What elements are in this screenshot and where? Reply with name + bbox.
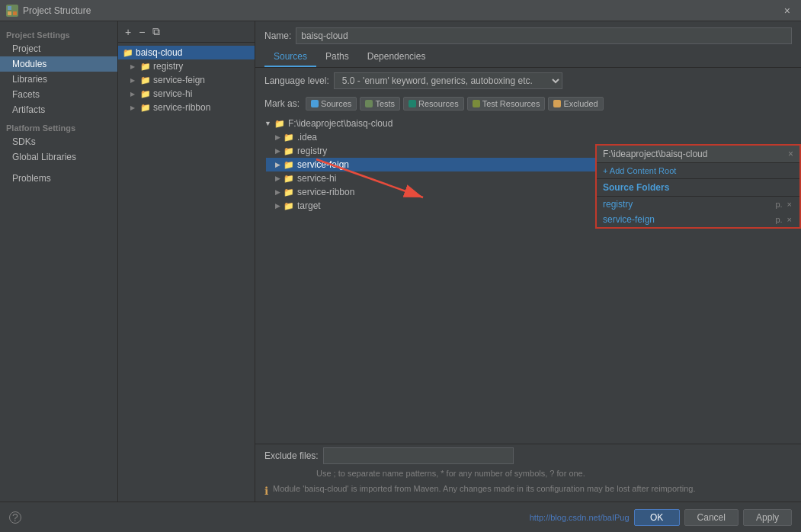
tree-item-service-hi[interactable]: ▶ 📁 service-hi: [126, 87, 255, 101]
folder-icon: 📁: [123, 48, 133, 58]
import-notice: ℹ Module 'baisq-cloud' is imported from …: [255, 481, 801, 502]
mark-as-label: Mark as:: [264, 98, 300, 109]
mark-sources-button[interactable]: Sources: [306, 97, 357, 111]
bottom-bar: ? http://blog.csdn.net/baIPug OK Cancel …: [0, 502, 801, 532]
folder-icon: 📁: [284, 174, 294, 184]
apply-button[interactable]: Apply: [743, 509, 792, 526]
name-input[interactable]: [296, 27, 792, 44]
source-folder-actions: p. ×: [774, 214, 793, 225]
title-bar: Project Structure ×: [0, 0, 801, 21]
notice-icon: ℹ: [264, 485, 268, 497]
arrow-icon: ▶: [275, 147, 280, 155]
name-row: Name:: [255, 21, 801, 47]
add-content-root-button[interactable]: + Add Content Root: [597, 163, 799, 179]
language-level-row: Language level: 5.0 - 'enum' keyword, ge…: [255, 68, 801, 94]
ok-button[interactable]: OK: [634, 509, 680, 526]
tree-item-label: service-feign: [153, 75, 205, 85]
source-folder-name: registry: [603, 199, 633, 210]
source-folder-service-feign: service-feign p. ×: [597, 212, 799, 227]
mark-excluded-button[interactable]: Excluded: [548, 97, 603, 111]
exclude-files-input[interactable]: [323, 447, 514, 464]
sidebar-item-project[interactable]: Project: [0, 41, 117, 56]
tab-sources[interactable]: Sources: [264, 47, 316, 67]
mark-resources-button[interactable]: Resources: [403, 97, 464, 111]
add-module-button[interactable]: +: [123, 25, 133, 39]
sidebar-item-global-libraries[interactable]: Global Libraries: [0, 149, 117, 165]
mark-test-resources-button[interactable]: Test Resources: [467, 97, 546, 111]
file-tree-idea[interactable]: ▶ 📁 .idea: [266, 130, 801, 144]
source-folder-edit-button[interactable]: p.: [774, 199, 783, 210]
tree-item-label: baisq-cloud: [136, 47, 182, 58]
tree-item-registry[interactable]: ▶ 📁 registry: [126, 59, 255, 73]
folder-icon: 📁: [284, 146, 294, 156]
file-label: service-feign: [297, 159, 349, 170]
content-panel: Name: Sources Paths Dependencies Languag…: [255, 21, 801, 502]
tabs-bar: Sources Paths Dependencies: [255, 47, 801, 68]
bottom-left: ?: [9, 511, 21, 524]
tree-item-service-feign[interactable]: ▶ 📁 service-feign: [126, 73, 255, 87]
tree-item-service-ribbon[interactable]: ▶ 📁 service-ribbon: [126, 101, 255, 114]
exclude-files-label: Exclude files:: [264, 450, 319, 461]
svg-rect-1: [13, 6, 17, 10]
mark-tests-button[interactable]: Tests: [360, 97, 400, 111]
language-level-select[interactable]: 5.0 - 'enum' keyword, generics, autoboxi…: [334, 72, 562, 89]
tree-item-label: service-ribbon: [153, 102, 210, 113]
source-folder-actions: p. ×: [774, 199, 793, 210]
file-tree-area: ▼ 📁 F:\ideaproject\baisq-cloud ▶ 📁 .idea…: [255, 114, 801, 444]
module-tree-content: 📁 baisq-cloud ▶ 📁 registry ▶ 📁 service-f…: [118, 43, 255, 502]
folder-icon: 📁: [284, 160, 294, 170]
root-arrow-icon: ▼: [264, 120, 271, 127]
remove-module-button[interactable]: −: [136, 25, 147, 39]
tree-item-label: service-hi: [153, 88, 192, 99]
file-label: service-ribbon: [297, 187, 354, 197]
tab-paths[interactable]: Paths: [316, 47, 358, 67]
sidebar-item-facets[interactable]: Facets: [0, 87, 117, 102]
mark-test-resources-label: Test Resources: [482, 99, 540, 108]
file-label: service-hi: [297, 173, 336, 184]
tree-item-baisq-cloud[interactable]: 📁 baisq-cloud: [118, 46, 255, 59]
title-bar-left: Project Structure: [6, 5, 91, 17]
window-title: Project Structure: [23, 5, 91, 16]
mark-tests-label: Tests: [375, 99, 395, 108]
source-folder-name: service-feign: [603, 214, 655, 225]
root-path-label: F:\ideaproject\baisq-cloud: [288, 118, 392, 129]
source-folders-title: Source Folders: [597, 179, 799, 197]
project-settings-section: Project Settings: [0, 27, 117, 41]
popup-header: F:\ideaproject\baisq-cloud ×: [597, 146, 799, 163]
svg-rect-2: [8, 11, 11, 15]
main-layout: Project Settings Project Modules Librari…: [0, 21, 801, 502]
watermark-text: http://blog.csdn.net/baIPug: [530, 513, 630, 522]
source-folder-edit-button[interactable]: p.: [774, 214, 783, 225]
help-icon[interactable]: ?: [9, 511, 21, 524]
folder-icon: 📁: [140, 75, 151, 85]
popup-header-close-button[interactable]: ×: [788, 149, 793, 159]
file-tree-root[interactable]: ▼ 📁 F:\ideaproject\baisq-cloud: [255, 117, 801, 130]
arrow-icon: ▶: [275, 133, 280, 141]
arrow-icon: ▶: [275, 188, 280, 196]
sidebar-item-modules[interactable]: Modules: [0, 56, 117, 72]
mark-sources-label: Sources: [321, 99, 351, 108]
folder-icon: 📁: [140, 89, 151, 99]
svg-rect-3: [13, 11, 17, 15]
cancel-button[interactable]: Cancel: [684, 509, 739, 526]
file-label: target: [297, 200, 321, 211]
exclude-files-hint: Use ; to separate name patterns, * for a…: [255, 467, 801, 481]
sidebar-item-artifacts[interactable]: Artifacts: [0, 102, 117, 117]
tree-item-label: registry: [153, 61, 183, 72]
tree-arrow-icon: ▶: [130, 77, 138, 84]
language-level-label: Language level:: [264, 75, 329, 86]
app-icon: [6, 5, 18, 17]
source-folder-remove-button[interactable]: ×: [786, 214, 793, 225]
close-button[interactable]: ×: [780, 3, 795, 18]
source-folder-registry: registry p. ×: [597, 197, 799, 212]
module-tree-toolbar: + − ⧉: [118, 21, 255, 43]
module-tree-panel: + − ⧉ 📁 baisq-cloud ▶ 📁 registry ▶ 📁 ser…: [118, 21, 255, 502]
copy-module-button[interactable]: ⧉: [150, 24, 162, 39]
tab-dependencies[interactable]: Dependencies: [358, 47, 435, 67]
sidebar-item-problems[interactable]: Problems: [0, 171, 117, 186]
sidebar-item-sdks[interactable]: SDKs: [0, 134, 117, 149]
sidebar-item-libraries[interactable]: Libraries: [0, 72, 117, 87]
tree-arrow-icon: ▶: [130, 91, 138, 98]
import-notice-text: Module 'baisq-cloud' is imported from Ma…: [273, 484, 695, 493]
source-folder-remove-button[interactable]: ×: [786, 199, 793, 210]
